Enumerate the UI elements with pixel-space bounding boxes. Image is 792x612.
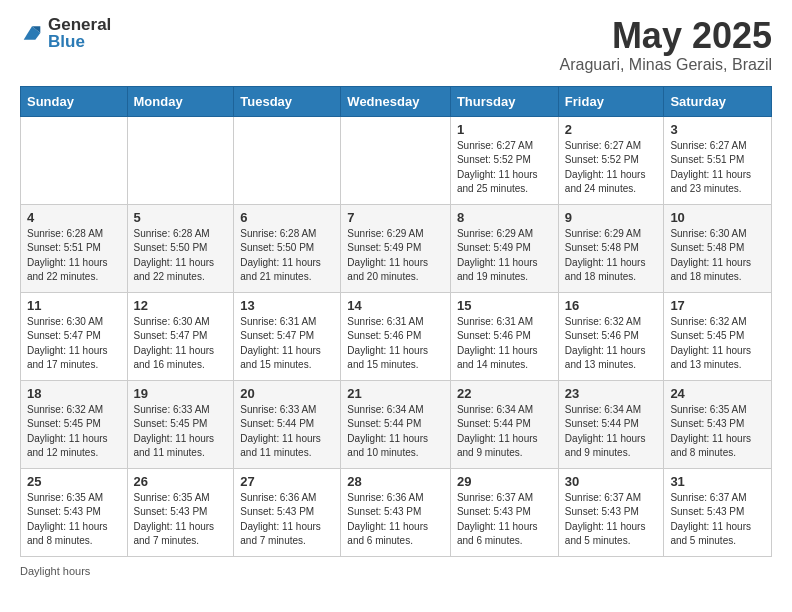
day-info: Sunrise: 6:34 AM Sunset: 5:44 PM Dayligh…: [565, 403, 658, 461]
day-number: 14: [347, 298, 444, 313]
calendar-cell: 3Sunrise: 6:27 AM Sunset: 5:51 PM Daylig…: [664, 116, 772, 204]
weekday-header-thursday: Thursday: [450, 86, 558, 116]
day-info: Sunrise: 6:37 AM Sunset: 5:43 PM Dayligh…: [457, 491, 552, 549]
day-number: 18: [27, 386, 121, 401]
day-number: 3: [670, 122, 765, 137]
day-number: 23: [565, 386, 658, 401]
calendar-cell: 23Sunrise: 6:34 AM Sunset: 5:44 PM Dayli…: [558, 380, 664, 468]
calendar-cell: 1Sunrise: 6:27 AM Sunset: 5:52 PM Daylig…: [450, 116, 558, 204]
day-info: Sunrise: 6:31 AM Sunset: 5:47 PM Dayligh…: [240, 315, 334, 373]
calendar-cell: [21, 116, 128, 204]
day-info: Sunrise: 6:35 AM Sunset: 5:43 PM Dayligh…: [670, 403, 765, 461]
day-number: 5: [134, 210, 228, 225]
day-info: Sunrise: 6:33 AM Sunset: 5:44 PM Dayligh…: [240, 403, 334, 461]
title-section: May 2025 Araguari, Minas Gerais, Brazil: [559, 16, 772, 74]
calendar-cell: 5Sunrise: 6:28 AM Sunset: 5:50 PM Daylig…: [127, 204, 234, 292]
calendar-cell: 20Sunrise: 6:33 AM Sunset: 5:44 PM Dayli…: [234, 380, 341, 468]
weekday-header-wednesday: Wednesday: [341, 86, 451, 116]
calendar-cell: 25Sunrise: 6:35 AM Sunset: 5:43 PM Dayli…: [21, 468, 128, 556]
calendar-week-row: 1Sunrise: 6:27 AM Sunset: 5:52 PM Daylig…: [21, 116, 772, 204]
day-number: 4: [27, 210, 121, 225]
calendar-cell: 31Sunrise: 6:37 AM Sunset: 5:43 PM Dayli…: [664, 468, 772, 556]
calendar-week-row: 11Sunrise: 6:30 AM Sunset: 5:47 PM Dayli…: [21, 292, 772, 380]
calendar-cell: 6Sunrise: 6:28 AM Sunset: 5:50 PM Daylig…: [234, 204, 341, 292]
calendar-cell: 10Sunrise: 6:30 AM Sunset: 5:48 PM Dayli…: [664, 204, 772, 292]
day-number: 20: [240, 386, 334, 401]
month-title: May 2025: [559, 16, 772, 56]
logo-text-blue: Blue: [48, 32, 85, 51]
day-number: 6: [240, 210, 334, 225]
logo-icon: [20, 23, 44, 43]
day-info: Sunrise: 6:28 AM Sunset: 5:50 PM Dayligh…: [240, 227, 334, 285]
day-info: Sunrise: 6:31 AM Sunset: 5:46 PM Dayligh…: [457, 315, 552, 373]
day-info: Sunrise: 6:36 AM Sunset: 5:43 PM Dayligh…: [347, 491, 444, 549]
weekday-header-saturday: Saturday: [664, 86, 772, 116]
day-number: 29: [457, 474, 552, 489]
day-number: 9: [565, 210, 658, 225]
day-info: Sunrise: 6:30 AM Sunset: 5:48 PM Dayligh…: [670, 227, 765, 285]
day-info: Sunrise: 6:37 AM Sunset: 5:43 PM Dayligh…: [565, 491, 658, 549]
day-info: Sunrise: 6:28 AM Sunset: 5:51 PM Dayligh…: [27, 227, 121, 285]
calendar-week-row: 18Sunrise: 6:32 AM Sunset: 5:45 PM Dayli…: [21, 380, 772, 468]
day-info: Sunrise: 6:35 AM Sunset: 5:43 PM Dayligh…: [27, 491, 121, 549]
day-number: 12: [134, 298, 228, 313]
day-info: Sunrise: 6:31 AM Sunset: 5:46 PM Dayligh…: [347, 315, 444, 373]
day-info: Sunrise: 6:27 AM Sunset: 5:51 PM Dayligh…: [670, 139, 765, 197]
day-info: Sunrise: 6:34 AM Sunset: 5:44 PM Dayligh…: [457, 403, 552, 461]
day-info: Sunrise: 6:33 AM Sunset: 5:45 PM Dayligh…: [134, 403, 228, 461]
day-number: 28: [347, 474, 444, 489]
day-number: 15: [457, 298, 552, 313]
day-info: Sunrise: 6:29 AM Sunset: 5:49 PM Dayligh…: [457, 227, 552, 285]
calendar-cell: 13Sunrise: 6:31 AM Sunset: 5:47 PM Dayli…: [234, 292, 341, 380]
weekday-header-sunday: Sunday: [21, 86, 128, 116]
calendar-cell: 28Sunrise: 6:36 AM Sunset: 5:43 PM Dayli…: [341, 468, 451, 556]
calendar-cell: 19Sunrise: 6:33 AM Sunset: 5:45 PM Dayli…: [127, 380, 234, 468]
day-info: Sunrise: 6:28 AM Sunset: 5:50 PM Dayligh…: [134, 227, 228, 285]
calendar-cell: 27Sunrise: 6:36 AM Sunset: 5:43 PM Dayli…: [234, 468, 341, 556]
day-info: Sunrise: 6:27 AM Sunset: 5:52 PM Dayligh…: [565, 139, 658, 197]
footer-note: Daylight hours: [20, 565, 772, 577]
calendar-cell: 30Sunrise: 6:37 AM Sunset: 5:43 PM Dayli…: [558, 468, 664, 556]
day-info: Sunrise: 6:30 AM Sunset: 5:47 PM Dayligh…: [134, 315, 228, 373]
day-number: 13: [240, 298, 334, 313]
day-number: 26: [134, 474, 228, 489]
weekday-header-row: SundayMondayTuesdayWednesdayThursdayFrid…: [21, 86, 772, 116]
day-info: Sunrise: 6:36 AM Sunset: 5:43 PM Dayligh…: [240, 491, 334, 549]
calendar-cell: 24Sunrise: 6:35 AM Sunset: 5:43 PM Dayli…: [664, 380, 772, 468]
day-number: 10: [670, 210, 765, 225]
calendar-cell: [234, 116, 341, 204]
day-info: Sunrise: 6:27 AM Sunset: 5:52 PM Dayligh…: [457, 139, 552, 197]
calendar-cell: 9Sunrise: 6:29 AM Sunset: 5:48 PM Daylig…: [558, 204, 664, 292]
location-title: Araguari, Minas Gerais, Brazil: [559, 56, 772, 74]
calendar-cell: 21Sunrise: 6:34 AM Sunset: 5:44 PM Dayli…: [341, 380, 451, 468]
day-number: 31: [670, 474, 765, 489]
day-number: 2: [565, 122, 658, 137]
calendar-week-row: 25Sunrise: 6:35 AM Sunset: 5:43 PM Dayli…: [21, 468, 772, 556]
day-number: 19: [134, 386, 228, 401]
calendar-cell: 22Sunrise: 6:34 AM Sunset: 5:44 PM Dayli…: [450, 380, 558, 468]
day-number: 8: [457, 210, 552, 225]
calendar-cell: [341, 116, 451, 204]
day-info: Sunrise: 6:29 AM Sunset: 5:49 PM Dayligh…: [347, 227, 444, 285]
weekday-header-tuesday: Tuesday: [234, 86, 341, 116]
day-number: 27: [240, 474, 334, 489]
day-info: Sunrise: 6:35 AM Sunset: 5:43 PM Dayligh…: [134, 491, 228, 549]
calendar-cell: 15Sunrise: 6:31 AM Sunset: 5:46 PM Dayli…: [450, 292, 558, 380]
calendar-week-row: 4Sunrise: 6:28 AM Sunset: 5:51 PM Daylig…: [21, 204, 772, 292]
calendar-cell: 26Sunrise: 6:35 AM Sunset: 5:43 PM Dayli…: [127, 468, 234, 556]
day-info: Sunrise: 6:29 AM Sunset: 5:48 PM Dayligh…: [565, 227, 658, 285]
day-number: 7: [347, 210, 444, 225]
day-info: Sunrise: 6:37 AM Sunset: 5:43 PM Dayligh…: [670, 491, 765, 549]
weekday-header-friday: Friday: [558, 86, 664, 116]
calendar-cell: 11Sunrise: 6:30 AM Sunset: 5:47 PM Dayli…: [21, 292, 128, 380]
day-number: 30: [565, 474, 658, 489]
day-number: 22: [457, 386, 552, 401]
calendar-cell: 8Sunrise: 6:29 AM Sunset: 5:49 PM Daylig…: [450, 204, 558, 292]
day-number: 16: [565, 298, 658, 313]
day-number: 11: [27, 298, 121, 313]
calendar-cell: 29Sunrise: 6:37 AM Sunset: 5:43 PM Dayli…: [450, 468, 558, 556]
calendar-cell: 17Sunrise: 6:32 AM Sunset: 5:45 PM Dayli…: [664, 292, 772, 380]
header: General Blue May 2025 Araguari, Minas Ge…: [20, 16, 772, 74]
calendar-cell: 12Sunrise: 6:30 AM Sunset: 5:47 PM Dayli…: [127, 292, 234, 380]
day-number: 21: [347, 386, 444, 401]
